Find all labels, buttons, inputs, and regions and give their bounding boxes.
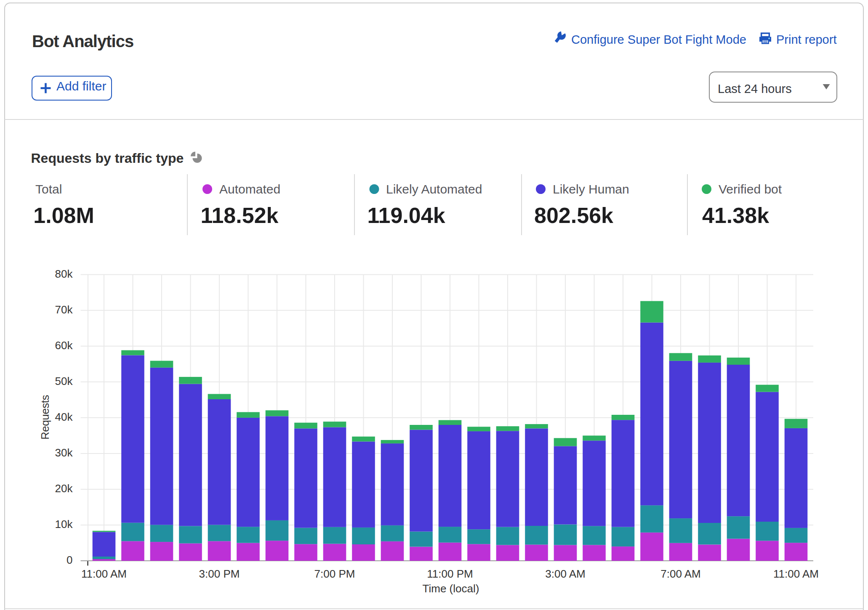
- svg-text:7:00 PM: 7:00 PM: [314, 568, 355, 580]
- svg-text:80k: 80k: [55, 268, 73, 280]
- svg-text:20k: 20k: [55, 482, 73, 495]
- svg-text:118.52k: 118.52k: [200, 203, 278, 228]
- svg-text:60k: 60k: [55, 339, 73, 352]
- svg-text:Requests: Requests: [39, 395, 51, 440]
- svg-text:7:00 AM: 7:00 AM: [660, 568, 700, 580]
- svg-text:Verified bot: Verified bot: [719, 182, 782, 196]
- svg-text:11:00 AM: 11:00 AM: [81, 568, 127, 580]
- svg-text:3:00 AM: 3:00 AM: [545, 568, 585, 580]
- svg-text:Total: Total: [35, 182, 62, 196]
- svg-text:Time (local): Time (local): [423, 582, 479, 595]
- svg-text:41.38k: 41.38k: [702, 203, 769, 228]
- svg-text:Automated: Automated: [219, 182, 280, 196]
- svg-text:30k: 30k: [55, 446, 73, 459]
- svg-text:Last 24 hours: Last 24 hours: [718, 82, 792, 95]
- svg-text:Likely Human: Likely Human: [553, 182, 629, 196]
- svg-text:10k: 10k: [55, 518, 73, 530]
- svg-text:70k: 70k: [55, 303, 73, 316]
- svg-text:Bot Analytics: Bot Analytics: [32, 32, 133, 50]
- svg-text:3:00 PM: 3:00 PM: [199, 568, 240, 580]
- svg-text:0: 0: [67, 554, 72, 566]
- svg-text:802.56k: 802.56k: [534, 203, 613, 228]
- svg-text:Configure Super Bot Fight Mode: Configure Super Bot Fight Mode: [571, 33, 746, 46]
- svg-text:50k: 50k: [55, 375, 73, 387]
- svg-text:119.04k: 119.04k: [367, 203, 445, 228]
- svg-text:40k: 40k: [55, 411, 73, 423]
- svg-text:11:00 AM: 11:00 AM: [773, 568, 819, 580]
- svg-text:Requests by traffic type: Requests by traffic type: [31, 151, 184, 166]
- svg-text:11:00 PM: 11:00 PM: [427, 568, 473, 580]
- svg-text:1.08M: 1.08M: [33, 203, 94, 228]
- svg-text:Print report: Print report: [776, 33, 836, 46]
- svg-text:Add filter: Add filter: [56, 79, 106, 93]
- svg-text:Likely Automated: Likely Automated: [386, 182, 482, 196]
